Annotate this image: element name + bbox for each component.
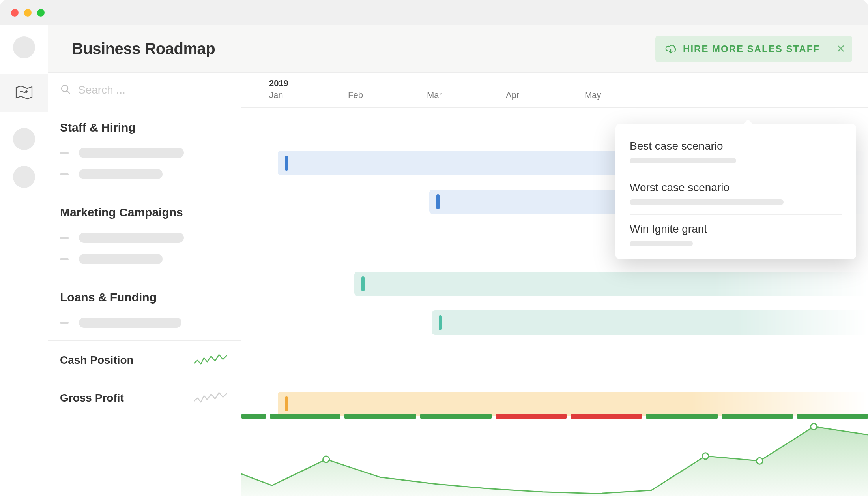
nav-item-placeholder-2[interactable]	[13, 166, 35, 188]
svg-point-1	[62, 85, 68, 92]
search-row	[48, 73, 241, 107]
scenario-desc-placeholder	[630, 158, 736, 163]
bar-accent	[285, 156, 288, 171]
item-label-placeholder	[79, 233, 184, 243]
group-title: Loans & Funding	[48, 291, 241, 312]
month-label: Mar	[399, 90, 478, 100]
drag-handle-icon[interactable]	[60, 237, 69, 239]
window-minimize-button[interactable]	[24, 9, 32, 17]
nav-item-roadmap[interactable]	[0, 74, 48, 112]
metric-label: Gross Profit	[60, 392, 124, 404]
sparkline-icon	[194, 352, 229, 368]
list-item[interactable]	[48, 248, 241, 270]
scenarios-popover: Best case scenarioWorst case scenarioWin…	[615, 124, 856, 259]
sidebar-group: Staff & Hiring	[48, 107, 241, 192]
search-input[interactable]	[78, 84, 229, 96]
gantt-bar[interactable]	[432, 310, 868, 335]
chart-marker	[756, 458, 763, 464]
timeline-year: 2019	[269, 78, 288, 88]
month-label: Feb	[320, 90, 399, 100]
list-item[interactable]	[48, 163, 241, 185]
month-label: Apr	[478, 90, 557, 100]
mac-titlebar	[0, 0, 868, 25]
scenario-desc-placeholder	[630, 199, 784, 205]
list-item[interactable]	[48, 227, 241, 248]
page-title: Business Roadmap	[72, 40, 655, 58]
nav-rail	[0, 25, 48, 496]
chip-divider	[828, 41, 828, 56]
roadmap-icon	[15, 85, 34, 102]
item-label-placeholder	[79, 148, 184, 158]
gantt-bar[interactable]	[354, 272, 868, 296]
avatar[interactable]	[13, 36, 35, 58]
scenario-desc-placeholder	[630, 241, 693, 246]
cloud-icon	[665, 44, 677, 54]
bar-accent	[436, 194, 440, 209]
bar-accent	[439, 315, 442, 330]
month-label: May	[557, 90, 636, 100]
svg-point-0	[26, 91, 27, 92]
chart-marker	[702, 453, 709, 459]
scenario-title: Best case scenario	[630, 140, 842, 152]
scenario-option[interactable]: Worst case scenario	[630, 173, 842, 215]
timeline-months: JanFebMarAprMay	[241, 90, 868, 100]
metric-row[interactable]: Cash Position	[48, 341, 241, 379]
sparkline-icon	[194, 390, 229, 406]
close-icon[interactable]: ✕	[836, 43, 845, 54]
drag-handle-icon[interactable]	[60, 173, 69, 175]
suggestion-label: HIRE MORE SALES STAFF	[683, 43, 820, 54]
scenario-option[interactable]: Best case scenario	[630, 132, 842, 173]
metric-row[interactable]: Gross Profit	[48, 379, 241, 417]
scenario-title: Win Ignite grant	[630, 223, 842, 235]
item-label-placeholder	[79, 169, 163, 179]
metric-label: Cash Position	[60, 354, 134, 366]
scenario-title: Worst case scenario	[630, 181, 842, 194]
drag-handle-icon[interactable]	[60, 152, 69, 154]
page-header: Business Roadmap HIRE MORE SALES STAFF ✕	[48, 25, 868, 73]
list-item[interactable]	[48, 312, 241, 333]
drag-handle-icon[interactable]	[60, 322, 69, 324]
chart-marker	[811, 423, 817, 430]
drag-handle-icon[interactable]	[60, 258, 69, 260]
bar-accent	[361, 276, 365, 291]
month-label: Jan	[241, 90, 320, 100]
chart-marker	[323, 456, 329, 462]
window-zoom-button[interactable]	[37, 9, 45, 17]
list-item[interactable]	[48, 142, 241, 163]
group-title: Staff & Hiring	[48, 121, 241, 142]
item-label-placeholder	[79, 318, 181, 328]
search-icon	[60, 84, 71, 96]
item-label-placeholder	[79, 254, 163, 264]
nav-item-placeholder-1[interactable]	[13, 128, 35, 150]
sidebar-group: Loans & Funding	[48, 277, 241, 341]
plan-sidebar: Staff & HiringMarketing CampaignsLoans &…	[48, 73, 241, 496]
scenario-option[interactable]: Win Ignite grant	[630, 215, 842, 256]
suggestion-chip[interactable]: HIRE MORE SALES STAFF ✕	[655, 36, 852, 62]
sidebar-group: Marketing Campaigns	[48, 192, 241, 277]
group-title: Marketing Campaigns	[48, 206, 241, 227]
app-window: Business Roadmap HIRE MORE SALES STAFF ✕	[0, 0, 868, 496]
cash-position-area-chart	[241, 405, 868, 496]
svg-line-2	[67, 91, 70, 94]
window-close-button[interactable]	[11, 9, 19, 17]
